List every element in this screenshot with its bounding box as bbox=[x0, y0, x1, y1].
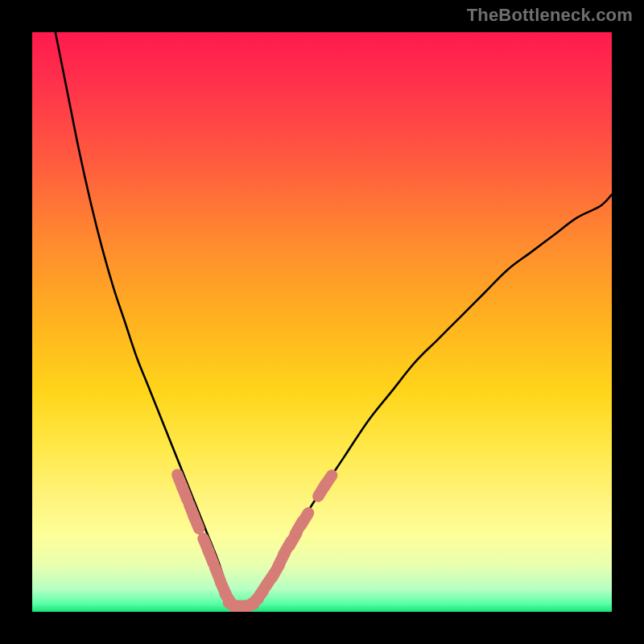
marker-point bbox=[208, 550, 213, 564]
chart-svg bbox=[32, 32, 612, 612]
curve-left-branch bbox=[56, 32, 235, 606]
curve-layer bbox=[56, 32, 612, 606]
plot-area bbox=[32, 32, 612, 612]
marker-point bbox=[182, 486, 188, 500]
marker-layer bbox=[177, 475, 332, 609]
marker-point bbox=[301, 513, 308, 525]
watermark-text: TheBottleneck.com bbox=[467, 5, 633, 26]
outer-frame: TheBottleneck.com bbox=[0, 0, 644, 644]
marker-point bbox=[324, 476, 332, 488]
marker-point bbox=[193, 515, 199, 529]
